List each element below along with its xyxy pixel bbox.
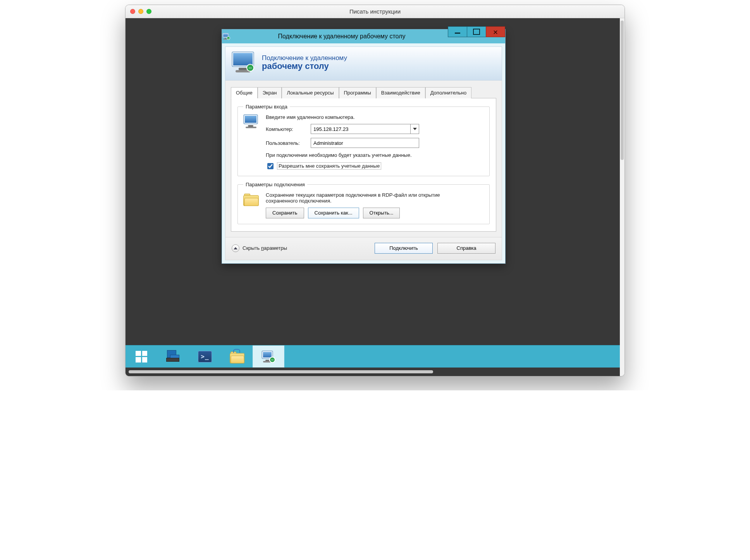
allow-save-credentials-label[interactable]: Разрешить мне сохранять учетные данные: [277, 162, 381, 170]
window-controls: ✕: [448, 26, 505, 37]
dialog-title: Подключение к удаленному рабочему столу: [235, 33, 448, 40]
windows-taskbar[interactable]: ↔: [126, 345, 620, 368]
tab-display[interactable]: Экран: [258, 87, 282, 98]
host-horizontal-scroll-thumb[interactable]: [129, 370, 433, 373]
host-horizontal-scrollbar[interactable]: [129, 369, 620, 374]
taskbar-powershell[interactable]: [189, 345, 221, 368]
username-label: Пользователь:: [266, 140, 311, 146]
remote-desktop-dialog: ↔ Подключение к удаленному рабочему стол…: [222, 29, 506, 264]
dialog-titlebar[interactable]: ↔ Подключение к удаленному рабочему стол…: [222, 29, 505, 43]
remote-desktop-icon: ↔: [261, 350, 276, 364]
allow-save-credentials-checkbox[interactable]: [267, 163, 274, 169]
tab-programs[interactable]: Программы: [339, 87, 376, 98]
tab-experience[interactable]: Взаимодействие: [376, 87, 425, 98]
computer-icon: [243, 114, 260, 131]
computer-input[interactable]: [311, 124, 411, 134]
username-input[interactable]: [311, 138, 419, 148]
tabstrip: Общие Экран Локальные ресурсы Программы …: [231, 87, 496, 98]
close-traffic-light[interactable]: [130, 9, 135, 14]
computer-label: Компьютер:: [266, 126, 311, 132]
host-vertical-scroll-thumb[interactable]: [621, 21, 624, 160]
host-window-title: Писать инструкции: [126, 8, 624, 15]
start-button[interactable]: [126, 345, 157, 368]
hide-options-toggle[interactable]: Скрыть параметры: [232, 244, 375, 252]
remote-desktop-banner-icon: ↔: [231, 51, 258, 75]
taskbar-remote-desktop[interactable]: ↔: [253, 345, 284, 368]
banner-line1: Подключение к удаленному: [262, 54, 347, 62]
remote-desktop-app-icon: ↔: [222, 29, 235, 43]
file-explorer-icon: [229, 350, 244, 363]
minimize-button[interactable]: [448, 26, 467, 37]
tab-panel-general: Параметры входа Введите имя удаленного к…: [231, 98, 496, 232]
connection-settings-group: Параметры подключения: [237, 182, 490, 224]
dialog-footer: Скрыть параметры Подключить Справка: [225, 237, 502, 260]
close-button[interactable]: ✕: [486, 26, 505, 37]
help-button[interactable]: Справка: [437, 243, 495, 254]
connection-settings-desc: Сохранение текущих параметров подключени…: [266, 192, 444, 204]
connection-settings-legend: Параметры подключения: [243, 182, 307, 187]
save-button[interactable]: Сохранить: [266, 208, 304, 218]
host-vm-window: Писать инструкции ↔: [125, 5, 625, 376]
tab-local-resources[interactable]: Локальные ресурсы: [282, 87, 339, 98]
minimize-traffic-light[interactable]: [138, 9, 143, 14]
hide-options-label: Скрыть параметры: [243, 245, 287, 251]
logon-settings-legend: Параметры входа: [243, 104, 290, 110]
open-button[interactable]: Открыть...: [363, 208, 400, 218]
computer-combobox[interactable]: [311, 124, 419, 134]
taskbar-file-explorer[interactable]: [221, 345, 253, 368]
credentials-note: При подключении необходимо будет указать…: [266, 152, 428, 159]
dialog-banner: ↔ Подключение к удаленному рабочему стол…: [225, 46, 502, 81]
save-as-button[interactable]: Сохранить как...: [308, 208, 359, 218]
connect-button[interactable]: Подключить: [375, 243, 433, 254]
windows-logo-icon: [136, 351, 147, 362]
server-manager-icon: [166, 350, 180, 363]
guest-desktop-viewport: ↔ Подключение к удаленному рабочему стол…: [126, 18, 620, 376]
zoom-traffic-light[interactable]: [146, 9, 151, 14]
tab-advanced[interactable]: Дополнительно: [425, 87, 472, 98]
powershell-icon: [198, 351, 212, 362]
host-vertical-scrollbar[interactable]: [620, 18, 624, 376]
banner-line2: рабочему столу: [262, 61, 347, 71]
traffic-lights: [130, 9, 151, 14]
host-titlebar[interactable]: Писать инструкции: [126, 5, 624, 18]
chevron-up-icon: [232, 244, 239, 252]
folder-icon: [243, 192, 260, 207]
logon-intro-text: Введите имя удаленного компьютера.: [266, 114, 484, 120]
tab-general[interactable]: Общие: [231, 87, 258, 98]
taskbar-server-manager[interactable]: [157, 345, 189, 368]
maximize-button[interactable]: [467, 26, 486, 37]
computer-dropdown-button[interactable]: [411, 124, 419, 134]
logon-settings-group: Параметры входа Введите имя удаленного к…: [237, 104, 490, 176]
